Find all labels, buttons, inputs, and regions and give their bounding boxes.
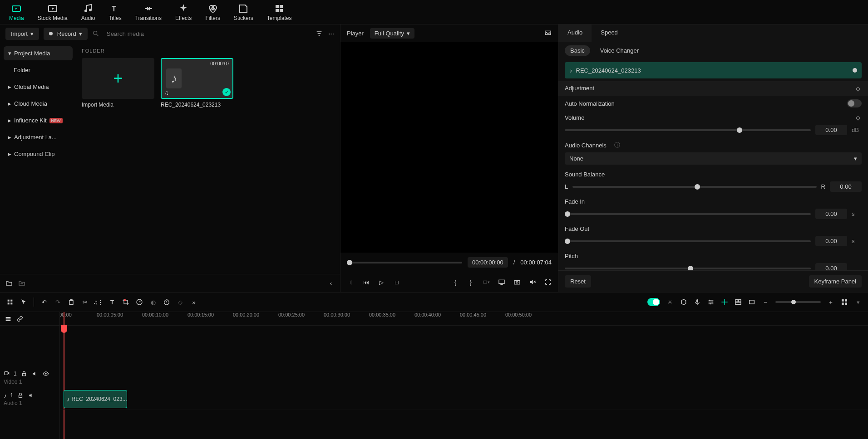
zoom-fit-icon[interactable] — [841, 298, 848, 306]
nav-templates[interactable]: Templates — [267, 3, 292, 21]
nav-media[interactable]: Media — [9, 3, 24, 21]
adjust-icon[interactable] — [707, 298, 715, 306]
nav-filters[interactable]: Filters — [205, 3, 220, 21]
nav-titles[interactable]: T Titles — [108, 3, 121, 21]
speed-icon[interactable] — [136, 298, 143, 306]
collapse-icon[interactable]: ‹ — [327, 280, 335, 287]
redo-icon[interactable]: ↷ — [54, 298, 61, 306]
stop-icon[interactable]: □ — [393, 278, 400, 286]
subtab-voice-changer[interactable]: Voice Changer — [595, 45, 644, 56]
audio-detach-icon[interactable]: ♫⋮ — [95, 298, 102, 306]
export-frame-icon[interactable]: ▾ — [483, 278, 490, 286]
play-icon[interactable]: ▷ — [378, 278, 385, 286]
crop-icon[interactable]: • — [122, 298, 129, 306]
sound-balance-slider[interactable] — [572, 186, 816, 188]
import-button[interactable]: Import ▾ — [5, 28, 39, 40]
keyframe-panel-button[interactable]: Keyframe Panel — [809, 275, 862, 288]
zoom-in-icon[interactable]: + — [827, 298, 834, 306]
mute-icon[interactable] — [529, 278, 536, 286]
audio-channels-select[interactable]: None ▾ — [565, 152, 862, 165]
quality-select[interactable]: Full Quality ▾ — [370, 28, 414, 39]
pointer-icon[interactable] — [20, 298, 27, 306]
audio-track-head[interactable]: ♪ 1 Audio 1 — [0, 388, 59, 410]
auto-normalization-toggle[interactable] — [847, 99, 862, 107]
nav-transitions[interactable]: Transitions — [135, 3, 162, 21]
expand-icon[interactable]: » — [190, 298, 197, 306]
undo-icon[interactable]: ↶ — [40, 298, 48, 306]
keyframe-icon[interactable]: ◇ — [854, 85, 862, 92]
tab-speed[interactable]: Speed — [592, 24, 627, 42]
lock-icon[interactable] — [20, 370, 28, 377]
delete-icon[interactable] — [68, 298, 75, 306]
info-icon[interactable]: ⓘ — [614, 141, 621, 149]
player-progress[interactable] — [347, 262, 462, 263]
mark-out-icon[interactable]: } — [467, 278, 474, 286]
fade-out-value[interactable]: 0.00 — [815, 236, 847, 246]
fade-out-slider[interactable] — [565, 240, 811, 242]
step-back-icon[interactable]: ⏮ — [362, 278, 370, 286]
prev-frame-icon[interactable]: ⦉ — [347, 278, 354, 286]
guides-icon[interactable] — [721, 298, 728, 306]
zoom-slider[interactable] — [775, 301, 821, 303]
zoom-out-icon[interactable]: − — [762, 298, 769, 306]
mixer-icon[interactable]: ☀ — [666, 298, 674, 306]
keyframe-icon[interactable]: ◇ — [854, 114, 862, 121]
mute-icon[interactable] — [31, 370, 39, 377]
mark-in-icon[interactable]: { — [452, 278, 459, 286]
nav-stickers[interactable]: Stickers — [234, 3, 253, 21]
eye-icon[interactable] — [42, 370, 49, 377]
sound-balance-value[interactable]: 0.00 — [830, 181, 862, 192]
record-button[interactable]: Record ▾ — [44, 28, 88, 40]
keyframe-tl-icon[interactable]: ◇ — [177, 298, 184, 306]
chevron-down-icon[interactable]: ▾ — [854, 298, 862, 306]
tab-audio[interactable]: Audio — [558, 24, 592, 42]
lock-icon[interactable] — [17, 392, 24, 399]
volume-value[interactable]: 0.00 — [815, 125, 847, 135]
volume-slider[interactable] — [565, 129, 811, 131]
sidebar-item-adjustment-layer[interactable]: ▸Adjustment La... — [4, 130, 73, 144]
sidebar-item-global-media[interactable]: ▸Global Media — [4, 80, 73, 94]
nav-effects[interactable]: Effects — [175, 3, 192, 21]
search-input[interactable] — [104, 28, 311, 40]
timeline-ruler[interactable]: 00:00 00:00:05:00 00:00:10:00 00:00:15:0… — [60, 312, 868, 326]
snapshot-icon[interactable] — [513, 278, 521, 286]
video-track-row[interactable] — [60, 366, 868, 388]
reset-button[interactable]: Reset — [565, 275, 591, 288]
player-viewport[interactable] — [340, 42, 558, 253]
fade-in-value[interactable]: 0.00 — [815, 209, 847, 219]
display-icon[interactable] — [544, 29, 552, 37]
video-track-head[interactable]: 1 Video 1 — [0, 366, 59, 388]
grid-icon[interactable] — [6, 298, 14, 306]
more-icon[interactable]: ⋯ — [327, 30, 335, 37]
marker-icon[interactable] — [680, 298, 687, 306]
sidebar-item-influence-kit[interactable]: ▸Influence KitNEW — [4, 113, 73, 127]
timer-icon[interactable] — [163, 298, 170, 306]
subtab-basic[interactable]: Basic — [565, 45, 590, 56]
folder-icon[interactable] — [18, 280, 25, 287]
render-toggle[interactable] — [647, 298, 660, 306]
fade-in-slider[interactable] — [565, 213, 811, 215]
track-row[interactable] — [60, 326, 868, 366]
audio-clip[interactable]: ♪ REC_20240624_023... — [64, 390, 127, 408]
sidebar-item-project-media[interactable]: ▾Project Media — [4, 46, 73, 60]
mic-icon[interactable] — [694, 298, 701, 306]
mute-icon[interactable] — [28, 392, 35, 399]
aspect-icon[interactable] — [748, 298, 755, 306]
color-icon[interactable]: ◐ — [149, 298, 157, 306]
fullscreen-icon[interactable] — [544, 278, 552, 286]
new-folder-icon[interactable] — [5, 280, 13, 287]
text-icon[interactable]: T — [108, 298, 116, 306]
import-media-tile[interactable]: + Import Media — [82, 58, 154, 108]
pitch-slider[interactable] — [565, 268, 811, 269]
media-clip-tile[interactable]: 00:00:07 ♪ ♫ ✓ REC_20240624_023213 — [161, 58, 233, 108]
layout-icon[interactable] — [735, 298, 742, 306]
link-icon[interactable] — [16, 315, 24, 322]
split-icon[interactable]: ✂ — [81, 298, 89, 306]
filter-icon[interactable] — [316, 30, 323, 37]
nav-audio[interactable]: Audio — [81, 3, 95, 21]
track-opts-icon[interactable] — [5, 315, 12, 322]
tv-icon[interactable] — [498, 278, 505, 286]
sidebar-item-compound-clip[interactable]: ▸Compound Clip — [4, 147, 73, 161]
pitch-value[interactable]: 0.00 — [815, 263, 847, 270]
sidebar-item-folder[interactable]: Folder — [4, 63, 73, 77]
